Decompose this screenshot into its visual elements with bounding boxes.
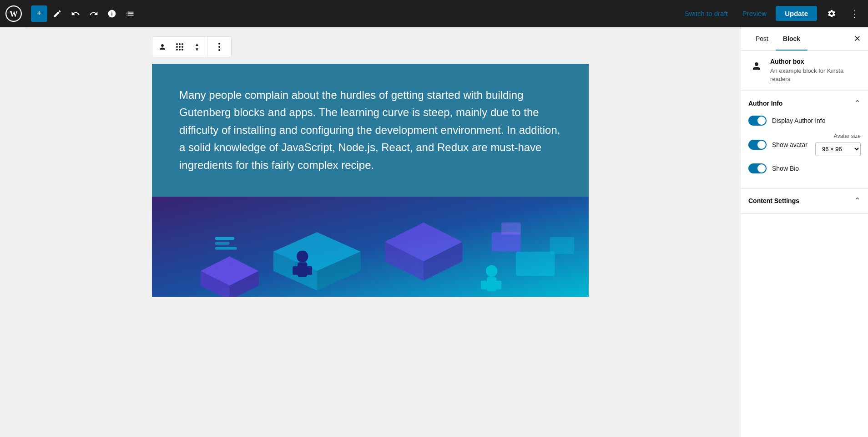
show-bio-label: Show Bio [772, 165, 861, 172]
content-settings-header[interactable]: Content Settings ⌃ [741, 188, 868, 213]
editor-area: ▲ ▼ Many people complain about the hurdl… [0, 27, 741, 437]
svg-rect-22 [516, 252, 555, 276]
more-options-button[interactable]: ⋮ [846, 5, 863, 22]
block-paragraph: Many people complain about the hurdles o… [179, 86, 561, 174]
svg-rect-23 [550, 237, 574, 254]
author-info-body: Display Author Info Show avatar Avatar s… [741, 116, 868, 188]
block-description: An example block for Kinsta readers [770, 67, 861, 83]
sidebar-tabs: Post Block ✕ [741, 27, 868, 51]
show-bio-toggle[interactable] [748, 163, 767, 173]
options-icon [218, 43, 220, 51]
block-info-icon [748, 58, 765, 74]
content-settings-title: Content Settings [748, 197, 799, 204]
svg-rect-24 [215, 237, 235, 240]
author-info-chevron: ⌃ [854, 98, 861, 108]
author-info-panel: Author Info ⌃ Display Author Info [741, 91, 868, 188]
show-avatar-toggle[interactable] [748, 140, 767, 150]
show-avatar-label: Show avatar [772, 141, 810, 148]
list-view-button[interactable] [122, 5, 138, 22]
tab-block[interactable]: Block [776, 27, 807, 51]
block-info-section: Author box An example block for Kinsta r… [741, 51, 868, 91]
author-info-title: Author Info [748, 100, 782, 107]
avatar-size-label: Avatar size [834, 133, 861, 139]
top-toolbar: W + Switch to draft Preview Update ⋮ [0, 0, 868, 27]
preview-button[interactable]: Preview [737, 7, 772, 20]
avatar-size-select[interactable]: 96 × 96 [815, 142, 861, 156]
main-layout: ▲ ▼ Many people complain about the hurdl… [0, 27, 868, 437]
block-type-button[interactable] [154, 39, 171, 55]
svg-rect-26 [215, 247, 237, 249]
sidebar: Post Block ✕ Author box An example block… [741, 27, 868, 437]
undo-button[interactable] [67, 5, 84, 22]
wp-logo: W [0, 0, 27, 27]
avatar-row-right: Avatar size 96 × 96 [815, 133, 861, 156]
block-toolbar-left: ▲ ▼ [152, 37, 207, 57]
author-info-header[interactable]: Author Info ⌃ [741, 91, 868, 116]
content-block[interactable]: Many people complain about the hurdles o… [152, 64, 589, 197]
svg-point-16 [486, 265, 498, 277]
svg-rect-21 [501, 223, 521, 235]
sidebar-close-button[interactable]: ✕ [854, 27, 861, 50]
image-block [152, 197, 589, 297]
block-toolbar-right [207, 37, 231, 57]
update-button[interactable]: Update [776, 6, 817, 21]
block-info-text: Author box An example block for Kinsta r… [770, 58, 861, 83]
block-name: Author box [770, 58, 861, 65]
editor-content: ▲ ▼ Many people complain about the hurdl… [152, 36, 589, 428]
svg-rect-15 [306, 266, 312, 275]
toolbar-right: Switch to draft Preview Update ⋮ [674, 3, 868, 25]
svg-rect-19 [495, 281, 501, 290]
toolbar-left: + [27, 5, 674, 22]
svg-rect-18 [481, 281, 487, 290]
block-options-button[interactable] [211, 39, 227, 55]
svg-rect-14 [293, 266, 298, 275]
updown-icon: ▲ ▼ [195, 42, 199, 52]
avatar-row-left: Show avatar [748, 140, 810, 150]
svg-rect-13 [298, 262, 307, 277]
redo-button[interactable] [86, 5, 102, 22]
tab-post[interactable]: Post [748, 27, 776, 51]
content-settings-chevron: ⌃ [854, 196, 861, 206]
display-author-info-toggle[interactable] [748, 116, 767, 126]
svg-rect-20 [492, 232, 521, 252]
show-bio-row: Show Bio [748, 163, 861, 173]
settings-button[interactable] [821, 3, 843, 25]
info-button[interactable] [104, 5, 120, 22]
show-avatar-row: Show avatar Avatar size 96 × 96 [748, 133, 861, 156]
display-author-info-label: Display Author Info [772, 117, 861, 124]
drag-button[interactable] [172, 39, 188, 55]
edit-mode-button[interactable] [49, 5, 66, 22]
block-toolbar: ▲ ▼ [152, 36, 232, 57]
move-updown-button[interactable]: ▲ ▼ [189, 39, 205, 55]
content-settings-panel: Content Settings ⌃ [741, 188, 868, 213]
add-block-button[interactable]: + [31, 5, 47, 22]
svg-text:W: W [10, 9, 18, 18]
svg-rect-17 [487, 277, 496, 291]
svg-point-12 [297, 250, 308, 262]
switch-to-draft-button[interactable]: Switch to draft [679, 7, 733, 20]
drag-icon [176, 43, 183, 51]
display-author-info-row: Display Author Info [748, 116, 861, 126]
svg-rect-25 [215, 242, 230, 244]
